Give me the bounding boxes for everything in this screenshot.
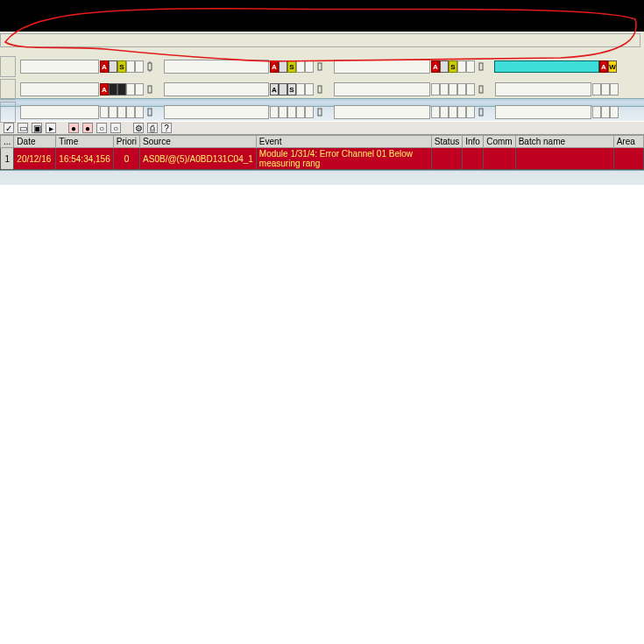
slot — [601, 106, 610, 118]
slot — [126, 83, 135, 96]
slot — [135, 83, 144, 96]
col-priority[interactable]: Priori — [113, 136, 139, 148]
alarm-red2-button[interactable]: ● — [82, 123, 93, 133]
alarm-a-indicator[interactable]: A — [100, 83, 109, 96]
svg-rect-6 — [148, 109, 152, 116]
slot — [100, 106, 109, 118]
alarm-s-indicator[interactable]: S — [449, 60, 457, 73]
device-icon[interactable] — [314, 106, 326, 118]
col-date[interactable]: Date — [14, 136, 56, 148]
svg-rect-1 — [318, 63, 322, 70]
alarm-a-indicator[interactable]: A — [270, 60, 279, 73]
ack-button[interactable]: ✓ — [4, 123, 14, 133]
event-table[interactable]: ... Date Time Priori Source Event Status… — [0, 135, 644, 170]
status-indicator[interactable] — [109, 83, 117, 96]
device-icon[interactable] — [144, 83, 156, 96]
help-button[interactable]: ? — [161, 123, 172, 133]
table-header-row: ... Date Time Priori Source Event Status… — [1, 136, 644, 148]
field-3-1[interactable] — [20, 82, 99, 96]
status-indicator[interactable] — [109, 60, 117, 73]
row-handle[interactable] — [0, 102, 16, 123]
alarm-s-indicator[interactable]: S — [287, 60, 296, 73]
row-handle[interactable] — [0, 79, 16, 100]
export-button[interactable]: ▣ — [32, 123, 42, 133]
event-toolbar: ✓ ▭ ▣ ▸ ● ● ○ ○ ⚙ ⎙ ? — [0, 121, 644, 135]
slot — [117, 106, 126, 118]
row-handle[interactable] — [0, 56, 16, 77]
field-3-3[interactable] — [334, 82, 430, 96]
cell-comm — [484, 148, 515, 170]
status-indicator[interactable] — [440, 60, 449, 73]
field-4-4[interactable] — [495, 105, 591, 119]
device-icon[interactable] — [475, 83, 487, 96]
grey1-button[interactable]: ○ — [96, 123, 107, 133]
slot — [296, 106, 305, 118]
grey2-button[interactable]: ○ — [110, 123, 121, 133]
col-area[interactable]: Area — [613, 136, 643, 148]
svg-rect-3 — [148, 86, 152, 93]
slot — [296, 60, 305, 73]
field-4-1[interactable] — [20, 105, 99, 119]
alarm-a-indicator[interactable]: A — [100, 60, 109, 73]
device-icon[interactable] — [144, 60, 156, 73]
settings-button[interactable]: ⚙ — [133, 123, 144, 133]
play-button[interactable]: ▸ — [46, 123, 56, 133]
alarm-s-indicator[interactable]: S — [117, 60, 126, 73]
field-2-2[interactable] — [164, 60, 269, 74]
svg-rect-5 — [479, 86, 483, 93]
slot — [466, 60, 475, 73]
svg-rect-2 — [479, 63, 483, 70]
status-indicator[interactable] — [279, 60, 287, 73]
alarm-w-indicator[interactable]: W — [608, 60, 617, 73]
device-icon[interactable] — [475, 106, 487, 118]
highlighted-field[interactable] — [494, 60, 599, 73]
field-4-3[interactable] — [334, 105, 430, 119]
field-4-2[interactable] — [164, 105, 269, 119]
slot — [305, 106, 314, 118]
slot — [431, 83, 440, 96]
col-info[interactable]: Info — [463, 136, 484, 148]
status-indicator[interactable] — [117, 83, 126, 96]
device-icon[interactable] — [144, 106, 156, 118]
cell-area — [613, 148, 643, 170]
cell-priority: 0 — [113, 148, 139, 170]
filter-button[interactable]: ▭ — [18, 123, 28, 133]
field-3-2[interactable] — [164, 82, 269, 96]
alarm-red1-button[interactable]: ● — [68, 123, 79, 133]
field-2-3[interactable] — [334, 60, 430, 74]
field-2-1[interactable] — [20, 60, 99, 74]
slot — [457, 106, 466, 118]
status-indicator[interactable] — [279, 83, 287, 96]
col-comm[interactable]: Comm — [484, 136, 515, 148]
cell-rownum: 1 — [1, 148, 14, 170]
col-event[interactable]: Event — [256, 136, 431, 148]
slot — [457, 60, 466, 73]
table-row[interactable]: 1 20/12/16 16:54:34,156 0 AS0B/@(5)/A0BD… — [1, 148, 644, 170]
slot — [305, 83, 314, 96]
col-batch[interactable]: Batch name — [515, 136, 613, 148]
slot — [449, 106, 457, 118]
bottom-area — [0, 170, 644, 185]
panel-row-1 — [0, 33, 644, 54]
slot — [610, 106, 619, 118]
svg-rect-0 — [148, 63, 152, 70]
alarm-a-indicator[interactable]: A — [431, 60, 440, 73]
col-time[interactable]: Time — [56, 136, 113, 148]
device-icon[interactable] — [314, 60, 326, 73]
col-source[interactable]: Source — [140, 136, 257, 148]
col-status[interactable]: Status — [431, 136, 462, 148]
panel-row-4 — [0, 102, 644, 123]
print-button[interactable]: ⎙ — [147, 123, 158, 133]
slot — [126, 106, 135, 118]
svg-rect-8 — [479, 109, 483, 116]
device-icon[interactable] — [314, 83, 326, 96]
field-3-4[interactable] — [495, 82, 591, 96]
col-rownum[interactable]: ... — [1, 136, 14, 148]
alarm-s-indicator[interactable]: S — [287, 83, 296, 96]
slot — [457, 83, 466, 96]
alarm-a-indicator[interactable]: A — [599, 60, 608, 73]
device-icon[interactable] — [475, 60, 487, 73]
slot — [592, 83, 601, 96]
alarm-a-indicator[interactable]: A — [270, 83, 279, 96]
long-field — [0, 33, 640, 47]
